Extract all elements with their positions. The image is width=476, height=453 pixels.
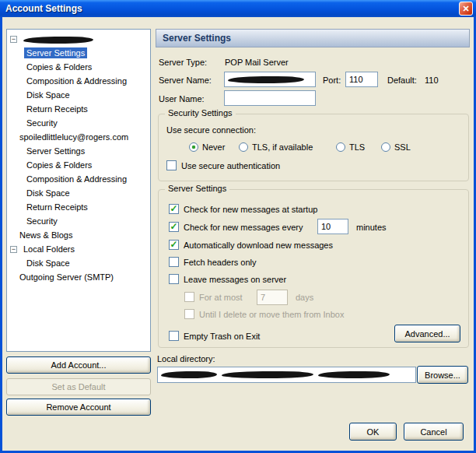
radio-never-label: Never — [202, 142, 225, 152]
close-icon[interactable]: ✕ — [459, 2, 473, 16]
tree-item[interactable]: Copies & Folders — [7, 60, 150, 74]
until-delete-checkbox — [184, 309, 194, 319]
tree-item-label: Disk Space — [24, 90, 72, 100]
tree-item-label: Copies & Folders — [24, 160, 94, 170]
tree-item[interactable]: Return Receipts — [7, 102, 150, 116]
tree-item-label: Server Settings — [24, 146, 87, 156]
tree-item-label: News & Blogs — [17, 230, 75, 241]
until-delete-label: Until I delete or move them from Inbox — [199, 310, 344, 319]
local-directory-label: Local directory: — [157, 354, 215, 363]
secure-auth-checkbox[interactable] — [166, 160, 177, 170]
browse-button[interactable]: Browse... — [417, 366, 468, 384]
user-name-label: User Name: — [159, 94, 205, 104]
radio-tls[interactable] — [336, 142, 345, 152]
empty-trash-checkbox[interactable] — [169, 331, 179, 341]
tree-item-label: Server Settings — [24, 47, 87, 58]
tree-item[interactable]: −Local Folders — [7, 242, 150, 256]
port-label: Port: — [323, 76, 341, 85]
user-name-input[interactable] — [224, 90, 316, 106]
check-icon: ✓ — [170, 222, 177, 231]
tree-item-label: Return Receipts — [24, 202, 90, 212]
tree-item[interactable]: Return Receipts — [7, 200, 150, 214]
radio-tls-if-available[interactable] — [239, 142, 248, 152]
account-tree[interactable]: −Server SettingsCopies & FoldersComposit… — [6, 29, 151, 352]
port-input[interactable] — [345, 72, 378, 87]
radio-tls-if-available-label: TLS, if available — [252, 142, 313, 152]
leave-on-server-label: Leave messages on server — [184, 275, 286, 284]
account-settings-window: Account Settings ✕ −Server SettingsCopie… — [0, 0, 476, 453]
radio-ssl[interactable] — [381, 142, 390, 152]
tree-item[interactable]: Outgoing Server (SMTP) — [7, 270, 150, 284]
minutes-label: minutes — [356, 223, 387, 232]
secure-auth-label: Use secure authentication — [181, 161, 280, 170]
redacted-path-segment — [318, 371, 390, 378]
tree-item-label: Composition & Addressing — [24, 174, 129, 184]
tree-item-label: Security — [24, 118, 60, 128]
set-as-default-button: Set as Default — [6, 378, 151, 395]
redacted-path-segment — [222, 371, 313, 378]
tree-item[interactable]: Composition & Addressing — [7, 172, 150, 186]
server-type-label: Server Type: — [159, 58, 207, 67]
fetch-headers-label: Fetch headers only — [184, 258, 257, 267]
tree-item[interactable]: Security — [7, 214, 150, 228]
leave-on-server-checkbox[interactable] — [169, 274, 179, 284]
tree-item[interactable]: Server Settings — [7, 144, 150, 158]
secure-connection-label: Use secure connection: — [166, 125, 256, 135]
ok-button[interactable]: OK — [349, 423, 397, 441]
tree-item[interactable]: Composition & Addressing — [7, 74, 150, 88]
redacted-account-name — [23, 37, 93, 44]
tree-item-label: spoiledlittlelucy@rogers.com — [17, 132, 131, 142]
redacted-path-segment — [161, 371, 217, 378]
tree-item-label: Disk Space — [24, 258, 72, 269]
collapse-icon[interactable]: − — [10, 36, 17, 43]
tree-item-label: Copies & Folders — [24, 61, 94, 72]
auto-download-checkbox[interactable]: ✓ — [169, 240, 179, 250]
server-type-value: POP Mail Server — [225, 58, 289, 67]
for-at-most-checkbox — [184, 292, 194, 302]
tree-item-label: Composition & Addressing — [24, 76, 129, 86]
tree-item-label: Local Folders — [21, 244, 77, 255]
check-icon: ✓ — [170, 204, 177, 213]
check-icon: ✓ — [170, 240, 177, 249]
redacted-server-name — [228, 76, 304, 83]
tree-item[interactable]: spoiledlittlelucy@rogers.com — [7, 130, 150, 144]
check-startup-label: Check for new messages at startup — [184, 205, 317, 214]
for-at-most-label: For at most — [199, 293, 243, 302]
cancel-button[interactable]: Cancel — [404, 423, 464, 441]
check-every-input[interactable] — [317, 219, 348, 234]
days-input — [257, 290, 288, 305]
tree-item-label: Outgoing Server (SMTP) — [17, 272, 116, 283]
add-account-button[interactable]: Add Account... — [6, 356, 151, 374]
security-settings-legend: Security Settings — [165, 108, 236, 118]
tree-item[interactable]: Disk Space — [7, 186, 150, 200]
auto-download-label: Automatically download new messages — [184, 241, 333, 250]
fetch-headers-checkbox[interactable] — [169, 257, 179, 267]
window-title: Account Settings — [5, 3, 459, 14]
tree-item[interactable]: Disk Space — [7, 256, 150, 270]
days-label: days — [296, 293, 313, 302]
server-name-input[interactable] — [224, 72, 316, 87]
advanced-button[interactable]: Advanced... — [394, 325, 460, 342]
panel-header: Server Settings — [156, 29, 470, 47]
tree-item[interactable]: Security — [7, 116, 150, 130]
remove-account-button[interactable]: Remove Account — [6, 399, 151, 416]
check-every-checkbox[interactable]: ✓ — [169, 222, 179, 232]
tree-item-label: Disk Space — [24, 188, 72, 198]
panel-header-title: Server Settings — [163, 33, 231, 44]
tree-item[interactable]: News & Blogs — [7, 228, 150, 242]
tree-item[interactable]: Server Settings — [7, 46, 150, 60]
tree-item-label: Security — [24, 216, 60, 226]
check-startup-checkbox[interactable]: ✓ — [169, 204, 179, 214]
tree-item[interactable]: Disk Space — [7, 88, 150, 102]
collapse-icon[interactable]: − — [10, 246, 17, 253]
tree-item-label: Return Receipts — [24, 104, 90, 114]
tree-item[interactable]: − — [7, 32, 150, 46]
server-name-label: Server Name: — [159, 76, 212, 85]
empty-trash-label: Empty Trash on Exit — [184, 332, 260, 341]
titlebar[interactable]: Account Settings ✕ — [0, 0, 476, 17]
local-directory-input[interactable] — [157, 367, 416, 383]
radio-ssl-label: SSL — [394, 142, 411, 152]
check-every-label: Check for new messages every — [184, 223, 303, 232]
tree-item[interactable]: Copies & Folders — [7, 158, 150, 172]
radio-never[interactable] — [189, 142, 198, 152]
